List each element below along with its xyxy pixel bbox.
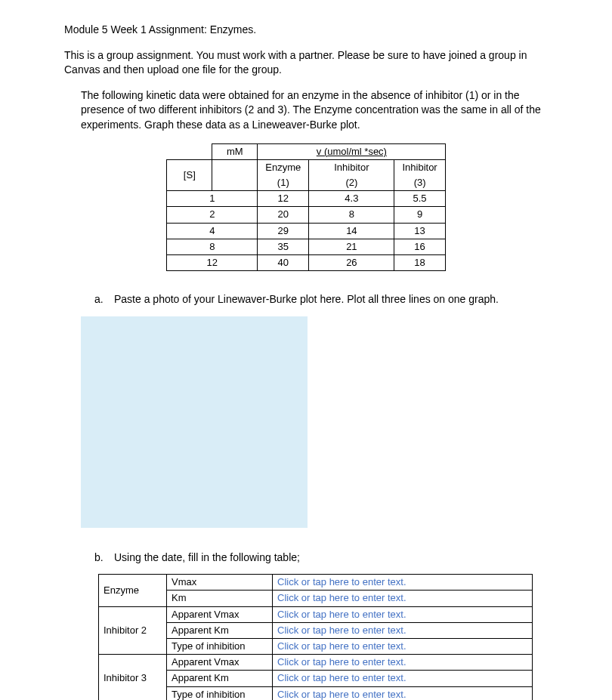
table-cell: 13 — [394, 223, 445, 239]
param-label: Km — [167, 591, 273, 606]
table-row: Inhibitor 3Apparent VmaxClick or tap her… — [99, 655, 533, 671]
group-label: Inhibitor 2 — [99, 606, 167, 655]
answer-input[interactable]: Click or tap here to enter text. — [273, 686, 533, 700]
table-row: 12402618 — [167, 254, 445, 270]
table-row: EnzymeVmaxClick or tap here to enter tex… — [99, 575, 533, 591]
col-s: [S] — [167, 159, 212, 190]
description-paragraph: The following kinetic data were obtained… — [81, 88, 548, 133]
table-cell: 26 — [309, 254, 394, 270]
col-enzyme-top: Enzyme — [258, 159, 309, 175]
table-cell: 5.5 — [394, 191, 445, 207]
header-mm: mM — [212, 143, 258, 159]
question-a-marker: a. — [94, 292, 114, 307]
group-label: Inhibitor 3 — [99, 655, 167, 700]
param-label: Type of inhibition — [167, 639, 273, 655]
table-row: 22089 — [167, 207, 445, 223]
col-inh3-bot: (3) — [394, 175, 445, 191]
table-cell: 12 — [167, 254, 258, 270]
answer-input[interactable]: Click or tap here to enter text. — [273, 606, 533, 622]
answer-input[interactable]: Click or tap here to enter text. — [273, 655, 533, 671]
table-cell: 12 — [258, 191, 309, 207]
param-label: Vmax — [167, 575, 273, 591]
col-inh2-top: Inhibitor — [309, 159, 394, 175]
table-cell: 21 — [309, 239, 394, 254]
table-cell: 1 — [167, 191, 258, 207]
graph-placeholder[interactable] — [81, 316, 308, 528]
table-cell: 29 — [258, 223, 309, 239]
table-cell: 8 — [309, 207, 394, 223]
answer-table: EnzymeVmaxClick or tap here to enter tex… — [98, 574, 533, 700]
table-cell: 4.3 — [309, 191, 394, 207]
param-label: Apparent Vmax — [167, 606, 273, 622]
answer-input[interactable]: Click or tap here to enter text. — [273, 639, 533, 655]
assignment-title: Module 5 Week 1 Assignment: Enzymes. — [64, 23, 548, 38]
answer-input[interactable]: Click or tap here to enter text. — [273, 591, 533, 606]
header-v: v (umol/ml *sec) — [309, 143, 394, 159]
intro-paragraph: This is a group assignment. You must wor… — [64, 48, 548, 78]
table-cell: 14 — [309, 223, 394, 239]
question-b: b. Using the date, fill in the following… — [94, 550, 548, 566]
table-cell: 35 — [258, 239, 309, 254]
table-cell: 16 — [394, 239, 445, 254]
question-a-text: Paste a photo of your Linewaver-Burke pl… — [114, 292, 499, 307]
param-label: Apparent Km — [167, 671, 273, 686]
answer-input[interactable]: Click or tap here to enter text. — [273, 575, 533, 591]
kinetic-data-table: mM v (umol/ml *sec) [S] Enzyme Inhibitor… — [166, 143, 445, 272]
col-enzyme-bot: (1) — [258, 175, 309, 191]
table-row: 1124.35.5 — [167, 191, 445, 207]
question-b-marker: b. — [94, 550, 114, 566]
answer-input[interactable]: Click or tap here to enter text. — [273, 671, 533, 686]
question-b-text: Using the date, fill in the following ta… — [114, 550, 300, 566]
param-label: Apparent Vmax — [167, 655, 273, 671]
param-label: Apparent Km — [167, 622, 273, 638]
param-label: Type of inhibition — [167, 686, 273, 700]
col-inh2-bot: (2) — [309, 175, 394, 191]
question-a: a. Paste a photo of your Linewaver-Burke… — [94, 292, 548, 307]
table-row: Inhibitor 2Apparent VmaxClick or tap her… — [99, 606, 533, 622]
table-cell: 8 — [167, 239, 258, 254]
table-row: 4291413 — [167, 223, 445, 239]
col-inh3-top: Inhibitor — [394, 159, 445, 175]
table-cell: 9 — [394, 207, 445, 223]
table-cell: 20 — [258, 207, 309, 223]
table-cell: 4 — [167, 223, 258, 239]
table-row: 8352116 — [167, 239, 445, 254]
table-cell: 2 — [167, 207, 258, 223]
group-label: Enzyme — [99, 575, 167, 606]
answer-input[interactable]: Click or tap here to enter text. — [273, 622, 533, 638]
table-cell: 40 — [258, 254, 309, 270]
table-cell: 18 — [394, 254, 445, 270]
